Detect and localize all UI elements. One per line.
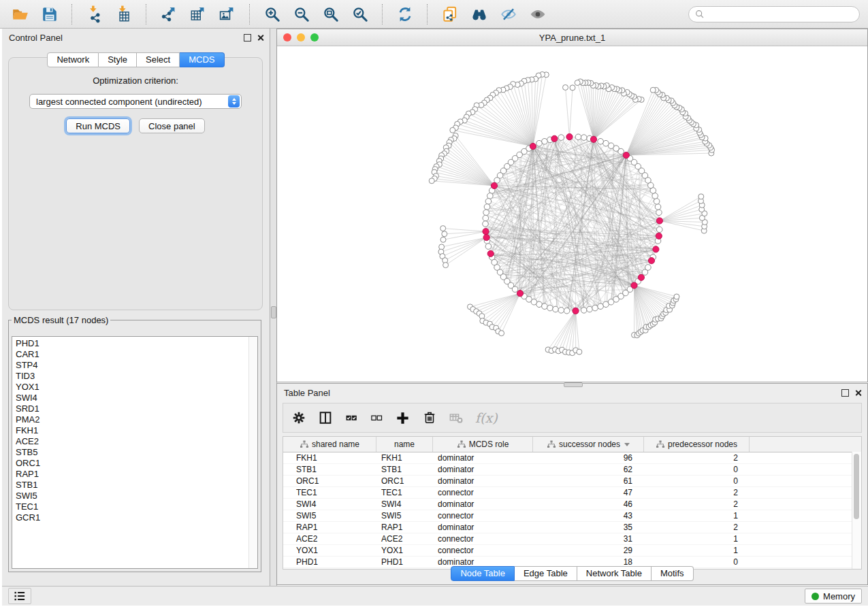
zoom-selected-icon[interactable] [348,3,372,26]
result-node-item[interactable]: GCR1 [16,512,257,523]
window-close-button[interactable] [283,33,291,42]
selected-option-text: largest connected component (undirected) [36,97,228,107]
table-row[interactable]: ORC1ORC1dominator610 [283,476,861,487]
tab-style[interactable]: Style [99,52,137,67]
result-node-item[interactable]: ORC1 [16,458,257,469]
zoom-out-icon[interactable] [289,3,314,26]
export-image-icon[interactable] [215,3,240,26]
result-node-item[interactable]: RAP1 [16,469,257,480]
zoom-fit-icon[interactable] [319,3,343,26]
mcds-result-list[interactable]: PHD1CAR1STP4TID3YOX1SWI4SRD1PMA2FKH1ACE2… [12,336,258,569]
run-mcds-button[interactable]: Run MCDS [66,118,130,133]
result-node-item[interactable]: SWI5 [16,491,257,501]
select-all-icon[interactable] [344,411,358,425]
optimization-criterion-select[interactable]: largest connected component (undirected) [29,94,242,109]
float-table-panel-icon[interactable] [841,389,849,397]
window-minimize-button[interactable] [297,33,305,42]
cell: YOX1 [376,546,433,555]
result-node-item[interactable]: SWI4 [16,393,257,403]
window-zoom-button[interactable] [310,33,319,42]
horizontal-splitter-grip[interactable] [564,382,583,387]
select-first-neighbors-icon[interactable] [467,3,492,26]
table-tab-motifs[interactable]: Motifs [652,566,694,581]
import-network-icon[interactable] [82,3,107,26]
result-node-item[interactable]: PMA2 [16,414,257,425]
settings-icon[interactable] [291,410,306,425]
result-node-item[interactable]: FKH1 [16,425,257,436]
result-node-item[interactable]: TID3 [16,371,257,382]
result-node-item[interactable]: STP4 [16,360,257,371]
table-row[interactable]: FKH1FKH1dominator962 [283,452,861,464]
zoom-in-icon[interactable] [260,3,285,26]
cell: STB1 [376,465,433,474]
table-scrollbar[interactable] [852,452,861,569]
cell: 1 [644,546,750,555]
table-panel: Table Panel f(x) shared namenameMCDS rol… [276,383,868,585]
result-scrollbar[interactable] [248,337,257,568]
float-panel-icon[interactable] [244,34,251,42]
table-tab-network-table[interactable]: Network Table [577,566,652,581]
tab-mcds[interactable]: MCDS [180,52,224,67]
show-all-icon[interactable] [526,3,550,26]
table-row[interactable]: STB1STB1dominator620 [283,464,861,476]
table-row[interactable]: SWI5SWI5connector431 [283,510,861,522]
search-box[interactable] [688,6,860,22]
cell: SWI4 [376,499,433,509]
delete-column-icon[interactable] [422,410,437,425]
result-node-item[interactable]: PHD1 [16,338,257,349]
network-graph-canvas[interactable]: .chord{stroke:#999999;stroke-width:.7;op… [277,46,867,382]
column-header-shared-name[interactable]: shared name [283,437,376,452]
result-node-item[interactable]: CAR1 [16,349,257,360]
save-session-icon[interactable] [37,3,62,26]
cell: PHD1 [376,557,433,567]
table-tab-edge-table[interactable]: Edge Table [515,566,577,581]
result-node-item[interactable]: STB1 [16,480,257,491]
tab-select[interactable]: Select [137,52,180,67]
search-input[interactable] [709,8,854,20]
result-node-item[interactable]: STB5 [16,447,257,458]
network-window-titlebar[interactable]: YPA_prune.txt_1 [277,29,867,46]
column-header-name[interactable]: name [376,437,433,452]
result-node-item[interactable]: YOX1 [16,382,257,393]
hide-selected-icon[interactable] [496,3,521,26]
table-row[interactable]: RAP1RAP1dominator352 [283,522,861,533]
export-table-icon[interactable] [186,3,210,26]
scrollbar-thumb[interactable] [854,454,859,519]
cell: 62 [533,465,644,474]
cell: dominator [433,557,533,567]
result-node-item[interactable]: ACE2 [16,436,257,447]
cell: connector [433,511,533,521]
close-panel-icon[interactable] [257,34,264,42]
clone-network-icon[interactable] [438,3,462,26]
unselect-all-icon[interactable] [370,411,383,425]
table-tab-node-table[interactable]: Node Table [451,566,515,581]
export-network-icon[interactable] [157,3,181,26]
table-row[interactable]: YOX1YOX1connector291 [283,545,861,557]
control-panel: Control Panel NetworkStyleSelectMCDS Opt… [2,29,270,586]
sort-descending-icon[interactable] [624,443,630,446]
table-row[interactable]: ACE2ACE2connector311 [283,533,861,545]
tab-network[interactable]: Network [47,52,99,67]
result-node-item[interactable]: TEC1 [16,501,257,512]
column-header-predecessor-nodes[interactable]: predecessor nodes [644,437,750,452]
cell: 47 [533,488,644,497]
result-node-item[interactable]: SRD1 [16,403,257,414]
table-row[interactable]: SWI4SWI4dominator462 [283,499,861,510]
import-table-icon[interactable] [112,3,136,26]
column-header-MCDS-role[interactable]: MCDS role [433,437,533,452]
open-file-icon[interactable] [8,3,33,26]
refresh-icon[interactable] [393,3,417,26]
cell: 0 [644,465,750,474]
close-panel-button[interactable]: Close panel [139,118,205,133]
memory-button[interactable]: Memory [805,589,862,604]
new-column-icon[interactable] [395,410,411,426]
column-header-successor-nodes[interactable]: successor nodes [533,437,644,452]
panel-list-button[interactable] [8,588,31,604]
table-row[interactable]: TEC1TEC1connector472 [283,487,861,499]
cell: 2 [644,499,750,509]
function-builder-icon[interactable]: f(x) [475,410,498,425]
delete-table-icon[interactable] [449,410,464,425]
close-table-panel-icon[interactable] [854,389,862,397]
splitter-grip-icon[interactable] [271,306,276,318]
show-columns-icon[interactable] [318,410,333,425]
